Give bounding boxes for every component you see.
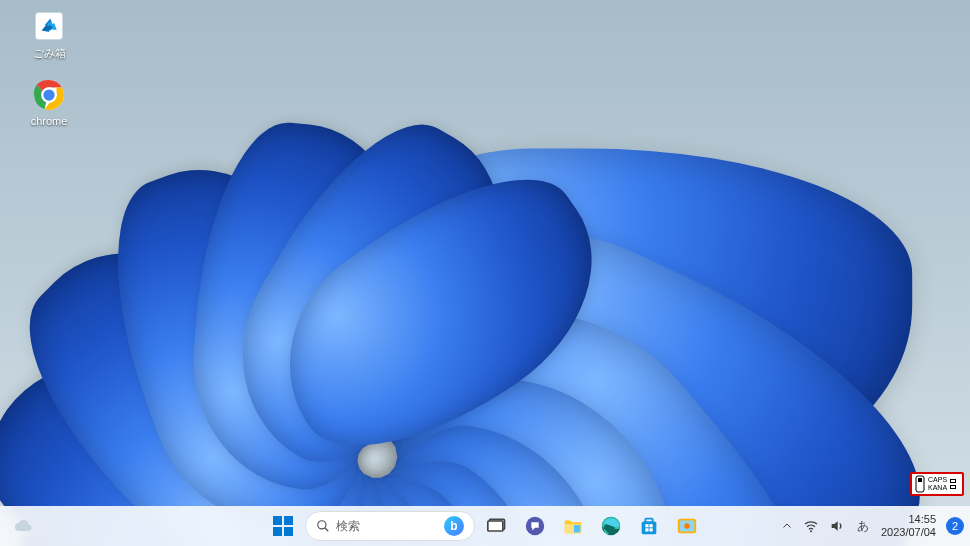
microsoft-store-icon [638,515,660,537]
indicator-glyph-icon [915,475,925,493]
clock-date: 2023/07/04 [881,526,936,539]
caps-led [950,479,956,483]
svg-rect-9 [284,527,293,536]
windows-logo-icon [272,515,294,537]
store-button[interactable] [633,510,665,542]
teams-chat-icon [524,515,546,537]
caps-label: CAPS [928,476,947,484]
desktop-icon-chrome[interactable]: chrome [14,77,84,127]
svg-point-10 [318,521,326,529]
notification-badge[interactable]: 2 [946,517,964,535]
svg-rect-21 [649,524,652,527]
volume-icon [829,518,845,534]
desktop-icon-label: chrome [31,115,68,127]
chevron-up-icon [781,520,793,532]
tray-network-button[interactable] [803,518,819,534]
search-input[interactable]: 検索 b [305,511,475,541]
tray-volume-button[interactable] [829,518,845,534]
ime-indicator[interactable]: あ [855,518,871,535]
tray-overflow-button[interactable] [781,520,793,532]
svg-rect-16 [574,525,580,532]
bing-chat-icon[interactable]: b [444,516,464,536]
edge-button[interactable] [595,510,627,542]
app-tile-icon [676,515,698,537]
pinned-app-button[interactable] [671,510,703,542]
task-view-button[interactable] [481,510,513,542]
start-button[interactable] [267,510,299,542]
clock-time: 14:55 [881,513,936,526]
recycle-bin-icon [31,8,67,44]
weather-cloud-icon [12,514,36,538]
svg-point-26 [810,530,812,532]
wifi-icon [803,518,819,534]
svg-line-11 [325,528,329,532]
svg-rect-19 [645,519,652,523]
task-view-icon [487,516,507,536]
svg-rect-20 [645,524,648,527]
svg-rect-8 [273,527,282,536]
svg-rect-18 [642,521,657,534]
desktop-icon-label: ごみ箱 [33,46,66,61]
svg-rect-23 [649,528,652,531]
svg-rect-5 [918,478,922,482]
chat-button[interactable] [519,510,551,542]
svg-rect-7 [284,516,293,525]
desktop-wallpaper [0,0,970,546]
kana-label: KANA [928,484,947,492]
kana-led [950,485,956,489]
weather-widget[interactable] [8,510,40,542]
caps-kana-indicator[interactable]: CAPS KANA [910,472,964,496]
wallpaper-bloom [132,0,970,546]
file-explorer-button[interactable] [557,510,589,542]
desktop-icon-recycle-bin[interactable]: ごみ箱 [14,8,84,61]
chrome-icon [31,77,67,113]
taskbar: 検索 b [0,506,970,546]
search-placeholder: 検索 [336,518,438,535]
svg-point-25 [684,523,690,529]
svg-rect-13 [488,521,503,531]
svg-rect-6 [273,516,282,525]
svg-rect-22 [645,528,648,531]
edge-icon [600,515,622,537]
clock-button[interactable]: 14:55 2023/07/04 [881,513,936,539]
file-explorer-icon [562,515,584,537]
search-icon [316,519,330,533]
